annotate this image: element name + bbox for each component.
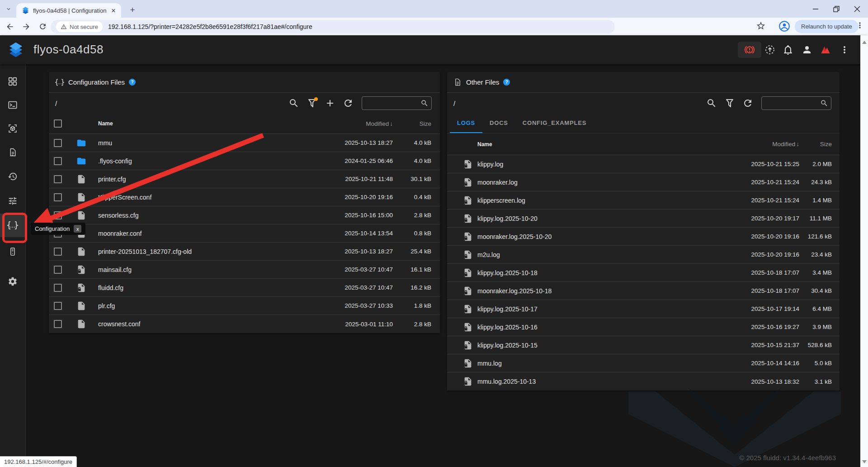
row-checkbox[interactable] [54, 193, 62, 201]
file-search-input[interactable] [362, 96, 432, 110]
file-size: 5.0 kB [799, 360, 832, 367]
search-icon[interactable] [706, 98, 717, 109]
address-bar[interactable]: Not secure 192.168.1.125/?printer=24282e… [51, 20, 615, 33]
row-checkbox[interactable] [54, 284, 62, 292]
table-row[interactable]: mmu 2025-10-13 18:27 4.0 kB [49, 134, 440, 152]
table-row[interactable]: klipperscreen.log 2025-10-21 15:24 1.4 M… [447, 191, 840, 210]
app-menu-dots-icon[interactable] [839, 44, 850, 55]
help-icon[interactable]: ? [129, 79, 136, 86]
window-restore-icon[interactable] [832, 5, 841, 14]
dashboard-icon [8, 76, 18, 86]
file-search-input[interactable] [761, 96, 831, 110]
table-row[interactable]: KlipperScreen.conf 2025-10-20 19:16 0.4 … [49, 188, 440, 206]
tab-search-chevron-icon[interactable] [4, 4, 14, 14]
table-row[interactable]: moonraker.conf 2025-10-14 13:54 0.8 kB [49, 224, 440, 243]
relaunch-to-update-button[interactable]: Relaunch to update [795, 20, 859, 33]
column-size[interactable]: Size [393, 120, 431, 127]
bookmark-star-icon[interactable] [756, 21, 768, 33]
file-icon [76, 174, 86, 184]
sidebar-item-console[interactable] [0, 93, 25, 117]
file-size: 1.8 kB [393, 302, 431, 309]
new-tab-button[interactable]: + [127, 4, 138, 16]
tab-logs[interactable]: LOGS [450, 113, 482, 133]
column-name[interactable]: Name [98, 120, 321, 127]
notifications-bell-icon[interactable] [783, 44, 793, 55]
select-all-checkbox[interactable] [54, 119, 62, 128]
table-row[interactable]: sensorless.cfg 2025-10-16 15:00 2.8 kB [49, 206, 440, 224]
back-icon[interactable] [4, 20, 16, 33]
table-row[interactable]: klippy.log.2025-10-16 2025-10-16 19:27 3… [447, 318, 840, 336]
updates-icon[interactable] [764, 44, 775, 55]
column-name[interactable]: Name [477, 141, 722, 148]
table-row[interactable]: printer-20251013_182707.cfg-old 2025-10-… [49, 243, 440, 261]
sidebar-item-jobs[interactable] [0, 140, 25, 164]
file-modified: 2025-10-18 17:07 [722, 269, 799, 276]
file-name: moonraker.log.2025-10-18 [477, 287, 722, 295]
filter-icon[interactable] [307, 98, 317, 109]
table-row[interactable]: m2u.log 2025-10-20 19:16 23.4 kB [447, 246, 840, 264]
column-size[interactable]: Size [799, 141, 832, 148]
refresh-icon[interactable] [742, 98, 753, 109]
sidebar-item-dashboard[interactable] [0, 70, 25, 93]
emergency-stop-button[interactable] [738, 42, 761, 58]
file-modified: 2025-10-13 18:32 [722, 378, 799, 385]
table-row[interactable]: moonraker.log 2025-10-21 15:24 24.3 kB [447, 173, 840, 191]
tab-docs[interactable]: DOCS [482, 113, 515, 133]
refresh-icon[interactable] [343, 98, 354, 109]
row-checkbox[interactable] [54, 175, 62, 183]
browser-tab[interactable]: flyos-0a4d58 | Configuration ✕ [16, 3, 121, 18]
not-secure-chip[interactable]: Not secure [56, 21, 103, 32]
column-modified[interactable]: Modified↓ [321, 120, 393, 127]
table-row[interactable]: mainsail.cfg 2025-03-27 10:47 16.1 kB [49, 261, 440, 279]
table-row[interactable]: mmu.log 2025-10-14 14:16 5.0 kB [447, 354, 840, 372]
column-modified[interactable]: Modified↓ [722, 141, 799, 148]
breadcrumb-path[interactable]: / [453, 100, 455, 107]
sidebar-item-history[interactable] [0, 165, 25, 188]
sidebar-item-tune[interactable] [0, 189, 25, 213]
sidebar-item-gcode-preview[interactable] [0, 117, 25, 140]
window-close-icon[interactable] [853, 5, 862, 14]
sidebar-item-system[interactable] [0, 240, 25, 263]
table-row[interactable]: klippy.log.2025-10-15 2025-10-15 21:37 5… [447, 336, 840, 354]
row-checkbox[interactable] [54, 248, 62, 256]
window-minimize-icon[interactable] [811, 5, 820, 14]
page-scrollbar[interactable] [860, 35, 868, 467]
browser-menu-dots-icon[interactable] [855, 21, 866, 32]
tab-config-examples[interactable]: CONFIG_EXAMPLES [515, 113, 594, 133]
row-checkbox[interactable] [54, 302, 62, 310]
tab-close-icon[interactable]: ✕ [109, 6, 118, 14]
table-row[interactable]: printer.cfg 2025-10-21 11:48 30.1 kB [49, 170, 440, 188]
row-checkbox[interactable] [54, 266, 62, 274]
breadcrumb-path[interactable]: / [55, 100, 57, 107]
table-row[interactable]: crowsnest.conf 2025-03-01 11:10 2.8 kB [49, 315, 440, 333]
filter-icon[interactable] [724, 98, 735, 109]
table-row[interactable]: .flyos-config 2024-01-25 06:46 4.0 kB [49, 152, 440, 170]
forward-icon[interactable] [20, 20, 33, 33]
table-row[interactable]: plr.cfg 2025-03-27 10:33 1.8 kB [49, 297, 440, 315]
scroll-up-icon[interactable] [862, 41, 867, 44]
file-name: klippy.log.2025-10-18 [477, 269, 722, 276]
row-checkbox[interactable] [54, 139, 62, 147]
search-icon[interactable] [288, 98, 299, 109]
scroll-down-icon[interactable] [862, 460, 867, 463]
table-row[interactable]: klippy.log.2025-10-18 2025-10-18 17:07 3… [447, 264, 840, 282]
browser-profile-icon[interactable] [778, 20, 791, 33]
reload-icon[interactable] [36, 20, 49, 33]
row-checkbox[interactable] [54, 157, 62, 165]
help-icon[interactable]: ? [503, 79, 510, 86]
filter-active-badge [314, 97, 318, 101]
user-icon[interactable] [802, 44, 812, 55]
row-checkbox[interactable] [54, 320, 62, 328]
table-row[interactable]: fluidd.cfg 2025-03-27 10:47 16.2 kB [49, 279, 440, 297]
file-lock-icon [463, 232, 473, 242]
sidebar-item-settings[interactable] [0, 270, 25, 293]
table-row[interactable]: klippy.log.2025-10-20 2025-10-20 19:17 1… [447, 210, 840, 228]
row-checkbox[interactable] [54, 211, 62, 219]
add-file-icon[interactable] [325, 98, 335, 109]
table-row[interactable]: klippy.log 2025-10-21 15:25 2.0 MB [447, 155, 840, 173]
table-row[interactable]: moonraker.log.2025-10-20 2025-10-20 19:1… [447, 228, 840, 246]
fluidd-logo-icon[interactable] [7, 41, 24, 58]
table-row[interactable]: moonraker.log.2025-10-18 2025-10-18 17:0… [447, 282, 840, 300]
brand-logo-icon[interactable] [820, 44, 830, 55]
table-row[interactable]: klippy.log.2025-10-17 2025-10-17 19:14 6… [447, 300, 840, 318]
